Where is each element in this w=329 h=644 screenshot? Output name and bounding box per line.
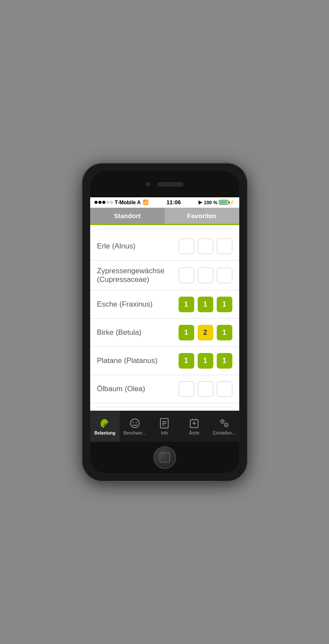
tab-info[interactable]: Info: [150, 411, 179, 442]
badge-platane-1[interactable]: 1: [179, 353, 194, 369]
badge-platane-3[interactable]: 1: [217, 353, 232, 369]
plant-row: Esche (Fraxinus) 1 1 1: [90, 291, 239, 319]
info-icon: [158, 417, 170, 429]
plant-row: Platane (Platanus) 1 1 1: [90, 347, 239, 375]
badge-erle-3[interactable]: [217, 239, 232, 254]
tab-einstellungen[interactable]: Einstellun...: [209, 411, 239, 442]
plant-name-birke: Birke (Betula): [97, 328, 175, 337]
badge-oelbaum-1[interactable]: [179, 381, 194, 397]
plant-row: Ölbaum (Olea): [90, 375, 239, 403]
home-button[interactable]: [153, 446, 176, 469]
list-top-separator: [97, 229, 232, 229]
badge-birke-1[interactable]: 1: [179, 325, 194, 340]
status-bar: T-Mobile A 📶 11:06 ▶ 100 % ⚡: [90, 197, 239, 208]
tab-belastung-label: Belastung: [94, 431, 115, 435]
badge-erle-1[interactable]: [179, 239, 194, 254]
signal-dot-1: [94, 201, 98, 204]
plant-name-platane: Platane (Platanus): [97, 356, 175, 365]
svg-rect-4: [162, 421, 166, 422]
svg-point-0: [130, 419, 139, 428]
plant-badges-platane: 1 1 1: [179, 353, 232, 369]
signal-dot-3: [102, 201, 105, 204]
badge-esche-1[interactable]: 1: [179, 297, 194, 312]
battery-label: 100 %: [204, 200, 217, 205]
svg-rect-6: [162, 425, 165, 425]
badge-zypresse-3[interactable]: [217, 268, 232, 283]
top-tabs: Standort Favoriten: [90, 208, 239, 225]
plant-row: Birke (Betula) 1 2 1: [90, 319, 239, 347]
plant-name-erle: Erle (Alnus): [97, 242, 175, 251]
plant-name-oelbaum: Ölbaum (Olea): [97, 385, 175, 393]
signal-dot-2: [98, 201, 101, 204]
leaf-icon: [99, 417, 111, 429]
plant-name-esche: Esche (Fraxinus): [97, 300, 175, 309]
badge-zypresse-2[interactable]: [198, 268, 213, 283]
status-time: 11:06: [166, 199, 181, 206]
badge-oelbaum-2[interactable]: [198, 381, 213, 397]
plant-badges-esche: 1 1 1: [179, 297, 232, 312]
badge-esche-3[interactable]: 1: [217, 297, 232, 312]
signal-dot-4: [106, 201, 109, 204]
badge-oelbaum-3[interactable]: [217, 381, 232, 397]
badge-birke-3[interactable]: 1: [217, 325, 232, 340]
tab-einstellungen-label: Einstellun...: [213, 431, 235, 435]
tab-info-label: Info: [161, 431, 168, 435]
badge-zypresse-1[interactable]: [179, 268, 194, 283]
battery-icon: ⚡: [219, 200, 235, 205]
signal-dot-5: [110, 201, 113, 204]
bottom-tab-bar: Belastung Beschwer...: [90, 411, 239, 442]
svg-point-11: [226, 424, 227, 425]
settings-icon: [218, 417, 230, 429]
tab-standort[interactable]: Standort: [90, 208, 165, 224]
signal-dots: [94, 201, 113, 204]
status-right: ▶ 100 % ⚡: [199, 199, 235, 205]
svg-rect-5: [162, 423, 166, 424]
camera: [146, 182, 150, 186]
tab-aerzte-label: Ärzte: [189, 431, 199, 435]
phone-top-bar: [90, 171, 239, 197]
doctors-icon: [188, 417, 200, 429]
tab-beschwerden[interactable]: Beschwer...: [120, 411, 150, 442]
content-area: Erle (Alnus) Zypressengewächse (Cupressa…: [90, 229, 239, 407]
badge-birke-2[interactable]: 2: [198, 325, 213, 340]
list-bottom-separator: [97, 407, 232, 407]
plant-list: Erle (Alnus) Zypressengewächse (Cupressa…: [90, 229, 239, 407]
svg-point-2: [136, 422, 137, 423]
tab-belastung[interactable]: Belastung: [90, 411, 120, 442]
plant-row: Zypressengewächse (Cupressaceae): [90, 261, 239, 291]
home-button-inner: [160, 452, 170, 463]
phone-frame: T-Mobile A 📶 11:06 ▶ 100 % ⚡ Standort Fa…: [82, 163, 247, 481]
tab-favoriten[interactable]: Favoriten: [165, 208, 239, 224]
tab-beschwerden-label: Beschwer...: [124, 431, 146, 435]
tab-aerzte[interactable]: Ärzte: [179, 411, 209, 442]
speaker: [157, 182, 183, 186]
badge-erle-2[interactable]: [198, 239, 213, 254]
plant-badges-birke: 1 2 1: [179, 325, 232, 340]
plant-badges-oelbaum: [179, 381, 232, 397]
smiley-icon: [129, 417, 141, 429]
plant-badges-zypresse: [179, 268, 232, 283]
plant-badges-erle: [179, 239, 232, 254]
plant-name-zypresse: Zypressengewächse (Cupressaceae): [97, 267, 175, 284]
phone-bottom-bar: [90, 442, 239, 473]
badge-platane-2[interactable]: 1: [198, 353, 213, 369]
svg-point-9: [222, 421, 223, 422]
badge-esche-2[interactable]: 1: [198, 297, 213, 312]
wifi-icon: 📶: [143, 199, 149, 205]
plant-row: Erle (Alnus): [90, 232, 239, 261]
phone-inner: T-Mobile A 📶 11:06 ▶ 100 % ⚡ Standort Fa…: [90, 171, 239, 473]
screen: T-Mobile A 📶 11:06 ▶ 100 % ⚡ Standort Fa…: [90, 197, 239, 442]
location-icon: ▶: [199, 199, 202, 205]
status-left: T-Mobile A 📶: [94, 199, 149, 206]
svg-point-1: [133, 422, 134, 423]
carrier-label: T-Mobile A: [115, 199, 141, 206]
